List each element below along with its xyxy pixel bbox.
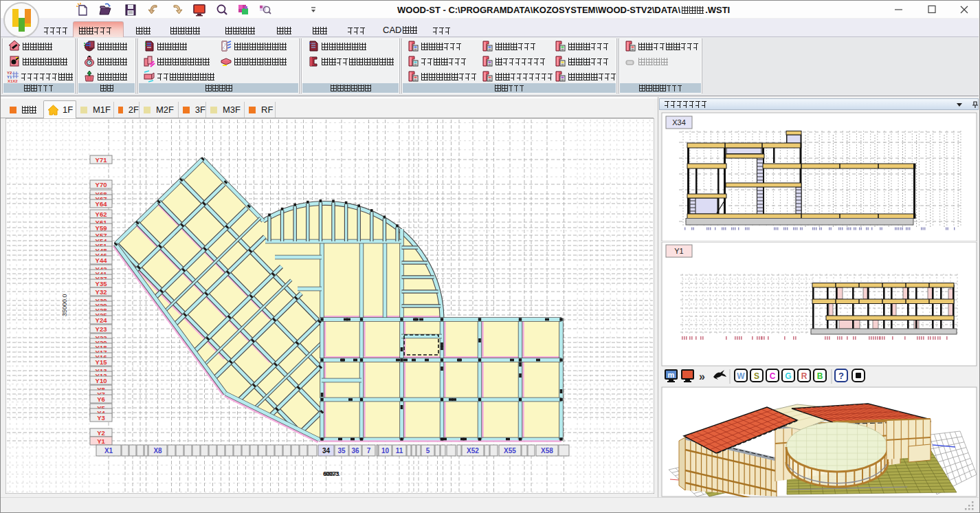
svg-text:Y1: Y1 <box>674 247 683 255</box>
svg-text:Y70: Y70 <box>96 181 107 188</box>
svg-text:Y32: Y32 <box>96 288 107 296</box>
svg-text:Y24: Y24 <box>96 316 108 324</box>
svg-text:Y64: Y64 <box>96 200 108 208</box>
svg-text:Y44: Y44 <box>96 256 108 264</box>
svg-text:Y59: Y59 <box>96 224 107 232</box>
svg-text:B: B <box>817 371 823 381</box>
svg-text:»: » <box>699 371 705 382</box>
svg-text:Y6: Y6 <box>97 395 105 403</box>
svg-text:35000.0: 35000.0 <box>61 294 68 316</box>
svg-text:Y15: Y15 <box>96 358 108 366</box>
svg-text:7: 7 <box>367 447 371 455</box>
svg-text:36: 36 <box>351 447 359 455</box>
svg-text:X8: X8 <box>153 447 162 455</box>
svg-text:S: S <box>754 371 759 381</box>
svg-text:10: 10 <box>381 447 390 455</box>
svg-text:58871: 58871 <box>324 470 340 477</box>
svg-text:Y10: Y10 <box>96 377 107 384</box>
svg-text:Y3: Y3 <box>97 414 105 422</box>
svg-text:X1X2: X1X2 <box>8 79 18 83</box>
svg-text:X58: X58 <box>541 447 553 455</box>
svg-text:C: C <box>770 371 776 381</box>
svg-text:X1: X1 <box>104 447 113 455</box>
svg-text:5: 5 <box>426 447 430 455</box>
svg-text:34: 34 <box>322 447 331 455</box>
svg-text:Y1: Y1 <box>97 437 105 445</box>
svg-text:11: 11 <box>396 447 403 455</box>
svg-text:X34: X34 <box>672 118 686 127</box>
svg-text:Y35: Y35 <box>96 280 108 287</box>
svg-text:Y71: Y71 <box>96 156 108 164</box>
svg-text:W: W <box>737 371 745 381</box>
svg-text:35: 35 <box>337 447 346 455</box>
svg-text:Y23: Y23 <box>96 325 107 333</box>
svg-text:m: m <box>668 371 675 379</box>
svg-text:X52: X52 <box>467 447 479 455</box>
svg-text:?: ? <box>838 371 844 381</box>
svg-text:X55: X55 <box>504 447 516 455</box>
svg-text:Y62: Y62 <box>96 210 107 218</box>
svg-text:R: R <box>801 371 808 381</box>
svg-text:Y2: Y2 <box>97 429 105 437</box>
svg-text:G: G <box>785 371 791 381</box>
